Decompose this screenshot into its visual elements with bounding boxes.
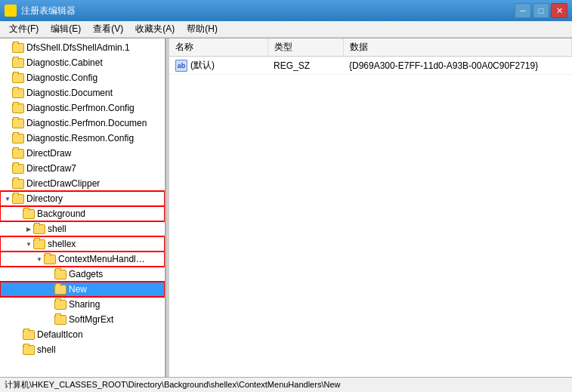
folder-icon-diagnostic-perfmon-config: [12, 103, 24, 113]
tree-label-background: Background: [37, 208, 85, 219]
tree-label-diagnostic-perfmon-documen: Diagnostic.Perfmon.Documen: [26, 118, 147, 128]
tree-item-gadgets[interactable]: Gadgets: [0, 267, 165, 282]
tree-item-dfsshell[interactable]: DfsShell.DfsShellAdmin.1: [0, 40, 165, 55]
menu-item-查看(V)[interactable]: 查看(V): [87, 21, 129, 37]
tree-label-directdraw: DirectDraw: [26, 148, 71, 159]
tree-item-sharing[interactable]: Sharing: [0, 297, 165, 312]
tree-label-new: New: [69, 284, 87, 295]
tree-item-directdraw7[interactable]: DirectDraw7: [0, 161, 165, 176]
tree-label-shell: shell: [48, 224, 66, 234]
tree-label-directdrawclipper: DirectDrawClipper: [26, 178, 100, 189]
tree-item-directory[interactable]: Directory: [0, 191, 165, 206]
menu-item-收藏夹(A)[interactable]: 收藏夹(A): [129, 21, 181, 37]
reg-value-icon: ab: [175, 60, 187, 72]
menu-bar: 文件(F)编辑(E)查看(V)收藏夹(A)帮助(H): [0, 21, 572, 38]
minimize-button[interactable]: ─: [515, 3, 531, 18]
value-type: REG_SZ: [267, 57, 343, 75]
expand-arrow-shellex[interactable]: [24, 239, 33, 248]
expand-arrow-shell[interactable]: [24, 224, 33, 233]
folder-icon-diagnostic-resmon-config: [12, 134, 24, 144]
folder-icon-directdraw: [12, 149, 24, 159]
folder-icon-defaulticon: [23, 330, 35, 340]
folder-icon-sharing: [54, 300, 66, 310]
folder-icon-directdrawclipper: [12, 179, 24, 189]
table-row[interactable]: ab(默认)REG_SZ{D969A300-E7FF-11d0-A93B-00A…: [169, 57, 572, 75]
title-bar-title: 注册表编辑器: [21, 5, 515, 17]
tree-label-directory: Directory: [26, 193, 63, 204]
tree-item-directdraw[interactable]: DirectDraw: [0, 146, 165, 161]
tree-item-new[interactable]: New: [0, 282, 165, 297]
folder-icon-contextmenuhandlers: [44, 255, 56, 264]
tree-label-gadgets: Gadgets: [69, 269, 103, 279]
tree-item-diagnostic-cabinet[interactable]: Diagnostic.Cabinet: [0, 55, 165, 70]
status-bar: 计算机\HKEY_CLASSES_ROOT\Directory\Backgrou…: [0, 377, 572, 392]
tree-label-defaulticon: DefaultIcon: [37, 329, 83, 340]
tree-label-diagnostic-document: Diagnostic.Document: [26, 88, 113, 98]
tree-item-diagnostic-perfmon-config[interactable]: Diagnostic.Perfmon.Config: [0, 100, 165, 116]
main-area: DfsShell.DfsShellAdmin.1Diagnostic.Cabin…: [0, 38, 572, 377]
tree-label-diagnostic-resmon-config: Diagnostic.Resmon.Config: [26, 133, 134, 144]
values-table: 名称 类型 数据 ab(默认)REG_SZ{D969A300-E7FF-11d0…: [169, 39, 572, 75]
col-type[interactable]: 类型: [267, 39, 343, 57]
folder-icon-diagnostic-perfmon-documen: [12, 119, 24, 128]
tree-label-sharing: Sharing: [69, 299, 100, 310]
close-button[interactable]: ✕: [551, 3, 567, 18]
folder-icon-directdraw7: [12, 164, 24, 174]
folder-icon-diagnostic-config: [12, 73, 24, 83]
tree-label-directdraw7: DirectDraw7: [26, 163, 76, 174]
folder-icon-gadgets: [54, 270, 66, 279]
menu-item-文件(F)[interactable]: 文件(F): [3, 21, 45, 37]
tree-item-diagnostic-resmon-config[interactable]: Diagnostic.Resmon.Config: [0, 131, 165, 146]
tree-item-shell2[interactable]: shell: [0, 342, 165, 357]
folder-icon-diagnostic-document: [12, 88, 24, 98]
tree-item-shell[interactable]: shell: [0, 221, 165, 236]
tree-label-contextmenuhandlers: ContextMenuHandl…: [58, 254, 145, 264]
tree-item-diagnostic-perfmon-documen[interactable]: Diagnostic.Perfmon.Documen: [0, 116, 165, 131]
folder-icon-shellex: [33, 239, 45, 249]
expand-arrow-contextmenuhandlers[interactable]: [35, 255, 44, 264]
tree-item-softmgrext[interactable]: SoftMgrExt: [0, 312, 165, 327]
maximize-button[interactable]: □: [533, 3, 549, 18]
tree-label-shell2: shell: [37, 344, 56, 355]
tree-label-shellex: shellex: [48, 239, 76, 249]
app-icon: [5, 5, 17, 17]
tree-item-diagnostic-document[interactable]: Diagnostic.Document: [0, 85, 165, 100]
title-bar: 注册表编辑器 ─ □ ✕: [0, 0, 572, 21]
status-text: 计算机\HKEY_CLASSES_ROOT\Directory\Backgrou…: [5, 379, 340, 390]
tree-label-dfsshell: DfsShell.DfsShellAdmin.1: [26, 42, 130, 53]
expand-arrow-directory[interactable]: [3, 194, 12, 203]
folder-icon-directory: [12, 194, 24, 204]
registry-tree: DfsShell.DfsShellAdmin.1Diagnostic.Cabin…: [0, 39, 166, 377]
folder-icon-dfsshell: [12, 43, 24, 53]
tree-label-diagnostic-perfmon-config: Diagnostic.Perfmon.Config: [26, 103, 134, 113]
folder-icon-softmgrext: [54, 315, 66, 325]
folder-icon-background: [23, 209, 35, 219]
tree-item-background[interactable]: Background: [0, 206, 165, 221]
registry-values-panel: 名称 类型 数据 ab(默认)REG_SZ{D969A300-E7FF-11d0…: [169, 39, 572, 377]
window-controls: ─ □ ✕: [515, 3, 567, 18]
folder-icon-shell: [33, 224, 45, 234]
folder-icon-new: [54, 285, 66, 295]
tree-item-defaulticon[interactable]: DefaultIcon: [0, 327, 165, 342]
tree-item-contextmenuhandlers[interactable]: ContextMenuHandl…: [0, 252, 165, 267]
menu-item-帮助(H)[interactable]: 帮助(H): [181, 21, 224, 37]
tree-label-softmgrext: SoftMgrExt: [69, 314, 113, 325]
tree-item-directdrawclipper[interactable]: DirectDrawClipper: [0, 176, 165, 191]
folder-icon-shell2: [23, 345, 35, 355]
menu-item-编辑(E)[interactable]: 编辑(E): [45, 21, 87, 37]
col-data[interactable]: 数据: [343, 39, 572, 57]
tree-label-diagnostic-cabinet: Diagnostic.Cabinet: [26, 57, 103, 68]
value-name: ab(默认): [169, 57, 267, 75]
tree-label-diagnostic-config: Diagnostic.Config: [26, 73, 97, 83]
folder-icon-diagnostic-cabinet: [12, 58, 24, 68]
col-name[interactable]: 名称: [169, 39, 267, 57]
tree-item-diagnostic-config[interactable]: Diagnostic.Config: [0, 70, 165, 85]
tree-item-shellex[interactable]: shellex: [0, 236, 165, 252]
value-data: {D969A300-E7FF-11d0-A93B-00A0C90F2719}: [343, 57, 572, 75]
